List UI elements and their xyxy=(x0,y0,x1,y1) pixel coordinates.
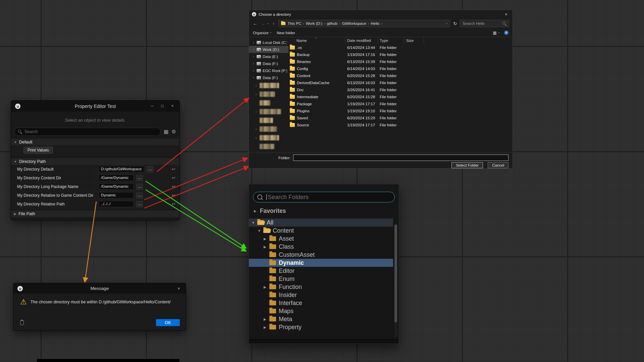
ok-button[interactable]: OK xyxy=(156,319,180,326)
window-titlebar[interactable]: u Property Editor Test ─ □ × xyxy=(11,101,179,112)
category-directory-path[interactable]: ▼ Directory Path xyxy=(11,158,179,165)
redacted-sidebar-item[interactable]: › xyxy=(249,107,288,116)
breadcrumb-segment[interactable]: GitWorkspace › xyxy=(342,21,369,25)
select-folder-button[interactable]: Select Folder xyxy=(451,162,483,168)
sidebar-drive-item[interactable]: › Data (F:) xyxy=(249,74,288,81)
maximize-icon[interactable]: □ xyxy=(157,101,167,112)
cancel-button[interactable]: Cancel xyxy=(488,162,508,168)
file-row[interactable]: Package 1/19/2024 17:17 File folder xyxy=(288,100,513,107)
browse-ellipsis-button[interactable]: … xyxy=(136,184,143,190)
sidebar-drive-item[interactable]: › EGC Root (P:) xyxy=(249,67,288,74)
sidebar-drive-item[interactable]: › Data (E:) xyxy=(249,53,288,60)
folder-tree-item[interactable]: ▶ Asset xyxy=(249,235,393,243)
folder-tree-item[interactable]: ▼ Content xyxy=(249,227,393,235)
redacted-sidebar-item[interactable] xyxy=(249,142,288,151)
organize-button[interactable]: Organize › xyxy=(253,31,271,35)
expander-chevron-icon[interactable]: › xyxy=(252,55,255,58)
view-options-button[interactable]: ▦ › xyxy=(493,31,499,35)
redacted-sidebar-item[interactable]: › xyxy=(249,133,288,142)
expander-icon[interactable]: ▶ xyxy=(264,237,269,241)
display-options-icon[interactable]: ▦ xyxy=(164,129,168,135)
category-default[interactable]: ▼ Default xyxy=(11,139,179,145)
scrollbar-track[interactable] xyxy=(394,224,397,337)
folder-tree-item[interactable]: ▶ Function xyxy=(249,283,393,291)
dialog-titlebar[interactable]: u Choose a directory × xyxy=(249,10,513,18)
search-input[interactable]: Search Hello xyxy=(460,20,509,27)
property-value-field[interactable]: Dynamic xyxy=(99,192,134,198)
column-header-date-modified[interactable]: Date modified xyxy=(345,37,378,44)
property-value-field[interactable]: /Game/Dynamic xyxy=(99,175,134,181)
reset-to-default-icon[interactable]: ↩ xyxy=(172,201,175,206)
redacted-sidebar-item[interactable]: › xyxy=(249,125,288,133)
folder-tree-item[interactable]: Enum xyxy=(249,275,393,283)
expander-icon[interactable]: ▶ xyxy=(264,317,269,321)
reset-to-default-icon[interactable]: ↩ xyxy=(172,175,175,180)
breadcrumb[interactable]: This PC › Work (D:) › github › GitWorksp… xyxy=(278,20,450,27)
breadcrumb-segment[interactable]: github › xyxy=(327,21,340,25)
file-row[interactable]: .vs 6/14/2024 13:44 File folder xyxy=(288,44,513,51)
expander-chevron-icon[interactable]: › xyxy=(252,41,255,44)
browse-ellipsis-button[interactable]: … xyxy=(136,175,143,181)
forward-icon[interactable]: → xyxy=(260,21,266,26)
expander-chevron-icon[interactable]: › xyxy=(252,76,255,79)
redacted-sidebar-item[interactable] xyxy=(249,99,288,107)
browse-ellipsis-button[interactable]: … xyxy=(136,201,143,207)
file-row[interactable]: Intermediate 6/20/2024 15:28 File folder xyxy=(288,93,513,100)
column-header-size[interactable]: Size xyxy=(405,37,424,44)
property-value-field[interactable]: D:/github/GitWorkspace xyxy=(99,166,144,172)
folder-tree-item[interactable]: Interface xyxy=(249,299,393,307)
folder-tree-item[interactable]: ▼ All xyxy=(249,219,393,227)
file-row[interactable]: Content 6/20/2024 15:28 File folder xyxy=(288,72,513,79)
expander-chevron-icon[interactable]: › xyxy=(252,69,255,72)
redacted-sidebar-item[interactable]: › xyxy=(249,90,288,99)
reset-to-default-icon[interactable]: ↩ xyxy=(172,193,175,198)
browse-ellipsis-button[interactable]: … xyxy=(147,166,153,172)
sidebar-drive-item[interactable]: › Data (F:) xyxy=(249,60,288,67)
folder-tree-item[interactable]: ▶ Property xyxy=(249,323,393,331)
breadcrumb-segment[interactable]: Work (D:) › xyxy=(306,21,325,25)
file-row[interactable]: Doc 3/26/2024 16:41 File folder xyxy=(288,86,513,93)
expander-icon[interactable]: ▶ xyxy=(264,245,269,249)
breadcrumb-segment[interactable]: Hello › xyxy=(371,21,382,25)
sidebar-drive-item[interactable]: › Work (D:) xyxy=(249,46,288,53)
property-value-field[interactable]: ../../../ xyxy=(99,201,134,207)
breadcrumb-segment[interactable]: This PC › xyxy=(287,21,304,25)
folder-tree-item[interactable]: CustomAsset xyxy=(249,251,393,259)
folder-tree-item[interactable]: Maps xyxy=(249,307,393,315)
browse-ellipsis-button[interactable]: … xyxy=(136,192,143,198)
file-row[interactable]: Plugins 1/19/2024 19:10 File folder xyxy=(288,107,513,114)
file-row[interactable]: Config 6/14/2024 14:03 File folder xyxy=(288,65,513,72)
folder-tree-item[interactable]: Editor xyxy=(249,267,393,275)
close-icon[interactable]: × xyxy=(174,286,184,291)
reset-to-default-icon[interactable]: ↩ xyxy=(172,167,175,172)
refresh-icon[interactable]: ↻ xyxy=(452,21,458,26)
property-value-field[interactable]: /Game/Dynamic xyxy=(99,183,134,190)
folder-tree-item[interactable]: Dynamic xyxy=(249,259,393,267)
print-values-button[interactable]: Print Values xyxy=(23,147,53,154)
sidebar-drive-item[interactable]: › Local Disk (C:) xyxy=(249,39,288,46)
copy-to-clipboard-icon[interactable] xyxy=(20,320,24,325)
up-icon[interactable]: ↑ xyxy=(271,21,276,26)
address-dropdown-icon[interactable]: › xyxy=(445,23,449,24)
file-row[interactable]: Saved 6/20/2024 15:29 File folder xyxy=(288,114,513,121)
settings-gear-icon[interactable]: ⚙ xyxy=(172,129,176,135)
category-file-path[interactable]: ▶ File Path xyxy=(11,210,179,217)
minimize-icon[interactable]: ─ xyxy=(147,101,157,112)
column-header-name[interactable]: ^ Name xyxy=(288,37,345,44)
back-icon[interactable]: ← xyxy=(252,21,258,26)
column-header-type[interactable]: Type xyxy=(378,37,405,44)
recent-locations-icon[interactable]: › xyxy=(266,23,270,24)
file-row[interactable]: DerivedDataCache 6/13/2024 16:03 File fo… xyxy=(288,79,513,86)
folder-tree-item[interactable]: ▶ Class xyxy=(249,243,393,251)
redacted-sidebar-item[interactable]: › xyxy=(249,81,288,90)
expander-chevron-icon[interactable]: › xyxy=(252,48,255,51)
expander-icon[interactable]: ▼ xyxy=(252,221,257,225)
file-row[interactable]: Source 1/19/2024 17:17 File folder xyxy=(288,121,513,128)
search-input[interactable]: Search xyxy=(14,128,161,136)
folder-tree-item[interactable]: ▶ Meta xyxy=(249,315,393,323)
favorites-section[interactable]: ▶ Favorites xyxy=(249,207,399,215)
file-row[interactable]: Binaries 6/13/2024 15:39 File folder xyxy=(288,58,513,65)
expander-icon[interactable]: ▼ xyxy=(258,229,263,233)
expander-chevron-icon[interactable]: › xyxy=(252,62,255,65)
file-row[interactable]: Backup 1/19/2024 17:15 File folder xyxy=(288,51,513,58)
